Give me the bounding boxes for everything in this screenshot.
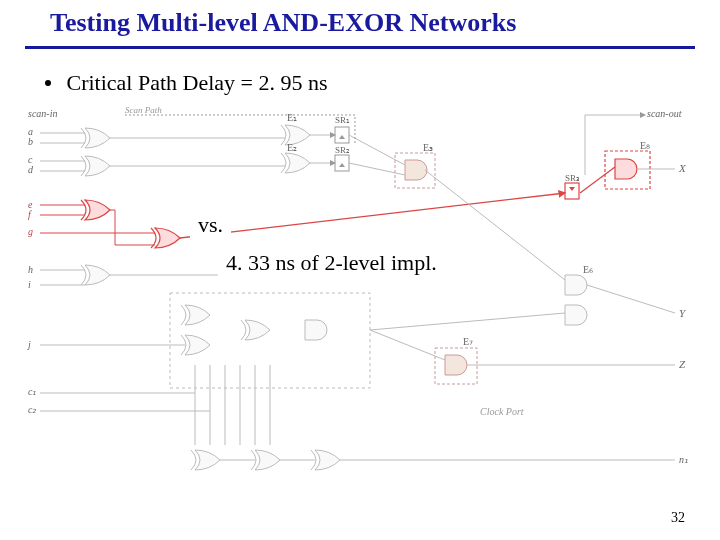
input-c2: c₂ — [28, 404, 37, 415]
label-scan-out: scan-out — [647, 108, 682, 119]
svg-line-24 — [587, 285, 675, 313]
critical-path-text: Critical Path Delay = 2. 95 ns — [67, 70, 328, 95]
output-z: Z — [679, 358, 686, 370]
page-number: 32 — [671, 510, 685, 526]
input-j: j — [26, 339, 31, 350]
slide-title: Testing Multi-level AND-EXOR Networks — [50, 8, 516, 38]
sr2: SR₂ — [335, 145, 350, 155]
gate-e7: E₇ — [463, 336, 473, 347]
bullet-dot-icon — [45, 80, 51, 86]
gate-e3: E₃ — [423, 142, 433, 153]
input-n1: n₁ — [679, 454, 688, 465]
input-g: g — [28, 226, 33, 237]
svg-line-43 — [370, 313, 565, 330]
input-c1: c₁ — [28, 386, 36, 397]
input-b: b — [28, 136, 33, 147]
gate-e8: E₈ — [640, 140, 650, 151]
svg-line-20 — [349, 135, 405, 165]
critical-path-bullet: Critical Path Delay = 2. 95 ns — [45, 70, 328, 96]
circuit-diagram: scan-in a b c d e f g h i j c₁ c₂ E₁ E₂ … — [25, 105, 695, 505]
vs-label: vs. — [190, 212, 231, 238]
svg-line-41 — [425, 170, 565, 280]
input-h: h — [28, 264, 33, 275]
second-delay-text: 4. 33 ns of 2-level impl. — [218, 248, 445, 278]
input-i: i — [28, 279, 31, 290]
gate-e2: E₂ — [287, 142, 297, 153]
label-clock-port: Clock Port — [480, 406, 524, 417]
sr1: SR₁ — [335, 115, 350, 125]
gate-e6: E₆ — [583, 264, 593, 275]
svg-line-42 — [370, 330, 445, 360]
input-d: d — [28, 164, 34, 175]
input-f: f — [28, 209, 32, 220]
svg-line-21 — [349, 163, 405, 175]
sr3: SR₃ — [565, 173, 580, 183]
label-scan-in: scan-in — [28, 108, 57, 119]
title-underline — [25, 46, 695, 49]
label-scan-path: Scan Path — [125, 105, 162, 115]
gate-e1: E₁ — [287, 112, 297, 123]
output-y: Y — [679, 307, 687, 319]
output-x: X — [678, 162, 687, 174]
